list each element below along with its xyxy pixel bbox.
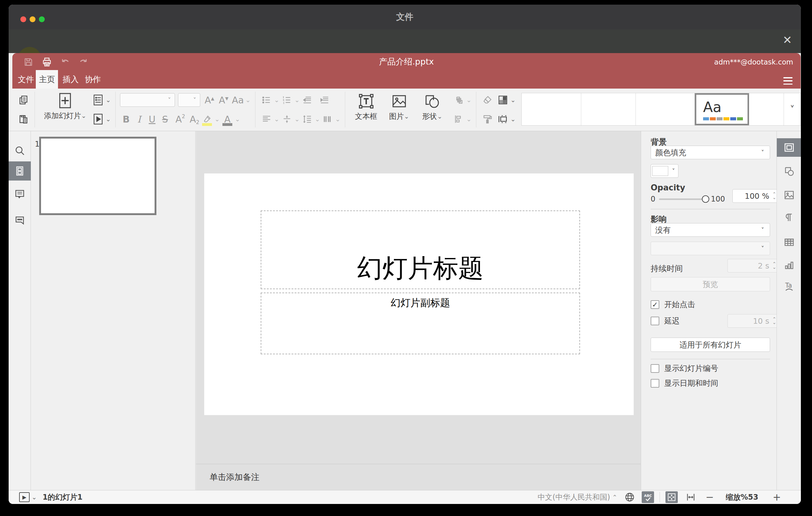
fit-to-width-icon[interactable] — [686, 492, 696, 502]
theme-option[interactable] — [581, 93, 636, 125]
copy-icon[interactable] — [17, 93, 30, 107]
fit-to-slide-icon[interactable] — [665, 491, 678, 503]
increase-font-icon[interactable]: A▲ — [203, 93, 216, 107]
paragraph-settings-icon[interactable] — [777, 208, 801, 227]
menu-icon[interactable] — [783, 77, 792, 85]
start-on-click-checkbox[interactable]: ✓ — [651, 300, 659, 309]
superscript-button[interactable]: A2 — [172, 114, 185, 125]
image-settings-icon[interactable] — [777, 186, 801, 204]
opacity-slider[interactable] — [659, 198, 706, 200]
fill-color-select[interactable]: ˅ — [651, 164, 678, 178]
color-swatch — [652, 166, 668, 176]
subscript-button[interactable]: A2 — [186, 114, 200, 125]
font-name-combo[interactable]: ˅ — [120, 93, 175, 107]
delay-spinner[interactable]: 10 s ⌃⌄ — [727, 314, 780, 328]
language-selector[interactable]: 中文(中华人民共和国) — [538, 492, 610, 502]
slide-size-icon[interactable] — [496, 112, 510, 126]
add-slide-button[interactable]: 添加幻灯片⌄ — [39, 92, 91, 121]
vertical-align-icon[interactable] — [280, 112, 294, 126]
comments-icon[interactable] — [9, 184, 31, 204]
right-icon-strip: Ta — [777, 131, 801, 490]
fill-type-select[interactable]: 颜色填充˅ — [651, 146, 770, 159]
insert-image-button[interactable]: 图片⌄ — [382, 92, 415, 121]
decrease-font-icon[interactable]: A▼ — [217, 93, 230, 107]
increase-indent-icon[interactable] — [318, 93, 331, 107]
align-shape-icon[interactable] — [452, 112, 466, 126]
textart-settings-icon[interactable]: Ta — [777, 278, 801, 296]
numbered-list-icon[interactable] — [280, 93, 294, 107]
slide-thumbnails-panel: 1 — [31, 131, 196, 490]
shape-settings-icon[interactable] — [777, 162, 801, 180]
preview-button[interactable]: 预览 — [651, 277, 770, 291]
insert-shape-button[interactable]: 形状⌄ — [416, 92, 449, 121]
title-placeholder[interactable]: 幻灯片标题 — [261, 210, 580, 289]
slide-info: 1的幻灯片1 — [42, 492, 82, 502]
insert-textbox-button[interactable]: 文本框 — [350, 92, 382, 121]
spellcheck-icon[interactable]: ABC — [642, 491, 654, 503]
bold-button[interactable]: B — [120, 114, 132, 125]
left-sidebar — [9, 131, 31, 490]
subtitle-placeholder[interactable]: 幻灯片副标题 — [261, 292, 580, 354]
copy-style-icon[interactable] — [481, 112, 494, 126]
line-spacing-icon[interactable] — [300, 112, 314, 126]
slide-settings-icon[interactable] — [777, 138, 801, 157]
show-date-checkbox[interactable] — [651, 379, 659, 388]
start-preview-icon[interactable]: ▶ — [19, 492, 30, 502]
search-icon[interactable] — [9, 141, 31, 160]
zoom-in-icon[interactable]: + — [771, 491, 782, 503]
duration-spinner[interactable]: 2 s ⌃⌄ — [727, 259, 780, 273]
font-size-combo[interactable]: ˅ — [178, 93, 200, 107]
theme-option[interactable] — [749, 93, 784, 125]
image-label: 图片 — [389, 111, 404, 121]
theme-option[interactable] — [522, 93, 581, 125]
arrange-shape-icon[interactable] — [452, 93, 466, 107]
theme-option[interactable] — [636, 93, 695, 125]
document-title: 产品介绍.pptx — [12, 56, 801, 67]
table-settings-icon[interactable] — [777, 233, 801, 252]
show-slide-number-checkbox[interactable] — [651, 364, 659, 373]
font-color-icon[interactable]: A — [221, 112, 234, 126]
tab-collaboration[interactable]: 协作 — [83, 70, 103, 89]
italic-button[interactable]: I — [133, 114, 145, 125]
notes-area[interactable]: 单击添加备注 — [196, 464, 665, 490]
columns-icon[interactable] — [321, 112, 335, 126]
horizontal-align-icon[interactable] — [260, 112, 273, 126]
bullet-list-icon[interactable] — [260, 93, 273, 107]
highlight-color-icon[interactable] — [200, 112, 214, 126]
chart-settings-icon[interactable] — [777, 256, 801, 275]
theme-preview-text: Aa — [703, 99, 722, 115]
start-slideshow-icon[interactable] — [91, 112, 105, 126]
show-date-label: 显示日期和时间 — [664, 378, 718, 388]
paste-icon[interactable] — [17, 112, 30, 126]
opacity-slider-handle[interactable] — [702, 195, 709, 203]
slide-canvas[interactable]: 幻灯片标题 幻灯片副标题 — [204, 173, 634, 415]
show-slide-number-label: 显示幻灯片编号 — [664, 363, 718, 373]
font-group: ˅ ˅ A▲ A▼ Aa ⌄ B I U S A2 A2 ⌄ — [120, 92, 251, 127]
change-case-icon[interactable]: Aa — [231, 93, 245, 107]
color-scheme-icon[interactable] — [496, 93, 510, 107]
strikeout-button[interactable]: S — [159, 114, 171, 125]
theme-option-selected[interactable]: Aa — [695, 93, 749, 125]
tab-home[interactable]: 主页 — [36, 70, 58, 89]
apply-to-all-button[interactable]: 适用于所有幻灯片 — [651, 338, 770, 352]
close-icon[interactable]: ✕ — [782, 34, 793, 46]
chat-icon[interactable] — [9, 210, 31, 229]
gallery-expand-icon[interactable]: ˅ — [784, 93, 801, 125]
slide-layout-icon[interactable] — [91, 93, 105, 107]
opacity-spinner[interactable]: 100 % ⌃⌄ — [732, 189, 780, 203]
underline-button[interactable]: U — [146, 114, 158, 125]
slides-panel-icon[interactable] — [9, 162, 31, 180]
effect-select[interactable]: 没有˅ — [651, 223, 770, 237]
slide-thumbnail[interactable] — [39, 137, 156, 215]
theme-gallery: Aa ˅ — [521, 93, 801, 125]
toolbar: 添加幻灯片⌄ ⌄ ⌄ ˅ ˅ A▲ A▼ Aa ⌄ — [9, 89, 801, 131]
zoom-out-icon[interactable]: − — [704, 491, 716, 503]
decrease-indent-icon[interactable] — [300, 93, 314, 107]
effect-type-select[interactable]: ˅ — [651, 242, 770, 255]
clear-style-icon[interactable] — [481, 93, 494, 107]
set-language-globe-icon[interactable] — [625, 492, 635, 503]
tab-file[interactable]: 文件 — [16, 70, 36, 89]
paragraph-group: ⌄ ⌄ ⌄ ⌄ ⌄ — [260, 92, 341, 127]
tab-insert[interactable]: 插入 — [61, 70, 81, 89]
delay-checkbox[interactable] — [651, 317, 659, 325]
